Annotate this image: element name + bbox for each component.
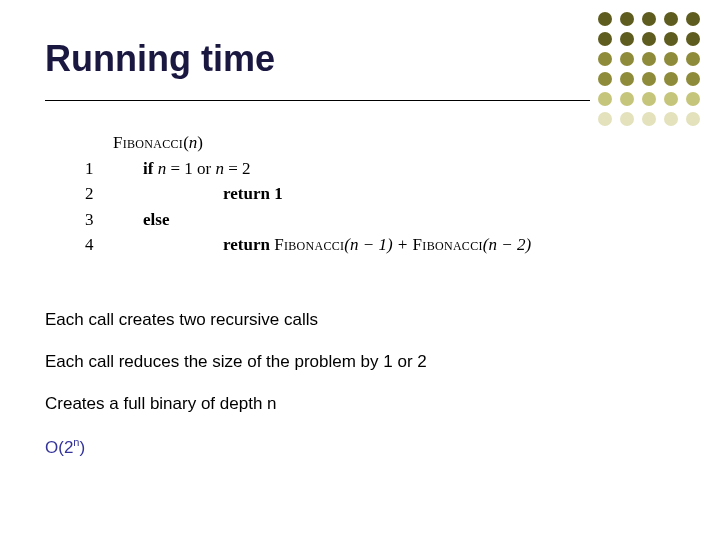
decorative-dot	[598, 112, 612, 126]
arg-text: (n − 2)	[483, 235, 531, 254]
pseudocode-header: Fibonacci(n)	[85, 130, 531, 156]
line-number: 4	[85, 232, 113, 258]
decorative-dot	[598, 72, 612, 86]
decorative-dot	[642, 52, 656, 66]
decorative-dot	[686, 112, 700, 126]
decorative-dot	[620, 92, 634, 106]
decorative-dot	[686, 12, 700, 26]
decorative-dot	[620, 52, 634, 66]
bullet-2: Each call reduces the size of the proble…	[45, 352, 427, 372]
bullet-1: Each call creates two recursive calls	[45, 310, 427, 330]
decorative-dot	[686, 92, 700, 106]
keyword-if: if	[143, 159, 153, 178]
decorative-dot	[664, 52, 678, 66]
line-number: 1	[85, 156, 113, 182]
decorative-dot	[664, 112, 678, 126]
fn-arg: n	[189, 133, 198, 152]
slide-title: Running time	[45, 38, 275, 80]
pseudocode-line-4: 4 return Fibonacci(n − 1) + Fibonacci(n …	[85, 232, 531, 258]
var-n: n	[158, 159, 167, 178]
eq-text: = 1	[166, 159, 197, 178]
decorative-dot	[664, 92, 678, 106]
decorative-dot	[598, 92, 612, 106]
complexity-big-o: O(2n)	[45, 436, 427, 458]
decorative-dot	[686, 72, 700, 86]
decorative-dot	[598, 52, 612, 66]
line-number: 2	[85, 181, 113, 207]
pseudocode-block: Fibonacci(n) 1 if n = 1 or n = 2 2 retur…	[85, 130, 531, 258]
decorative-dot	[664, 32, 678, 46]
title-underline	[45, 100, 590, 101]
decorative-dot	[620, 72, 634, 86]
keyword-return: return 1	[223, 184, 283, 203]
decorative-dot	[642, 92, 656, 106]
decorative-dot	[642, 72, 656, 86]
decorative-dot	[642, 112, 656, 126]
keyword-else: else	[143, 210, 169, 229]
decorative-dot	[598, 32, 612, 46]
decorative-dot	[642, 32, 656, 46]
decorative-dot	[642, 12, 656, 26]
decorative-dot	[686, 52, 700, 66]
bullet-3: Creates a full binary of depth n	[45, 394, 427, 414]
pseudocode-line-2: 2 return 1	[85, 181, 531, 207]
decorative-dot	[598, 12, 612, 26]
decorative-dot	[620, 12, 634, 26]
fn-name: Fibonacci	[413, 235, 483, 254]
var-n: n	[211, 159, 224, 178]
decorative-dot	[686, 32, 700, 46]
keyword-or: or	[197, 159, 211, 178]
keyword-return: return	[223, 235, 274, 254]
arg-text: (n − 1) +	[344, 235, 412, 254]
pseudocode-line-1: 1 if n = 1 or n = 2	[85, 156, 531, 182]
decorative-dot	[664, 72, 678, 86]
slide: Running time Fibonacci(n) 1 if n = 1 or …	[0, 0, 720, 540]
decorative-dot	[620, 32, 634, 46]
decorative-dot	[664, 12, 678, 26]
line-number: 3	[85, 207, 113, 233]
eq-text: = 2	[224, 159, 251, 178]
body-text: Each call creates two recursive calls Ea…	[45, 310, 427, 480]
fn-name: Fibonacci	[274, 235, 344, 254]
pseudocode-line-3: 3 else	[85, 207, 531, 233]
big-o-suffix: )	[80, 438, 86, 457]
decorative-dot	[620, 112, 634, 126]
fn-name: Fibonacci	[113, 133, 183, 152]
big-o-prefix: O(2	[45, 438, 73, 457]
decorative-dot-grid	[598, 12, 702, 128]
